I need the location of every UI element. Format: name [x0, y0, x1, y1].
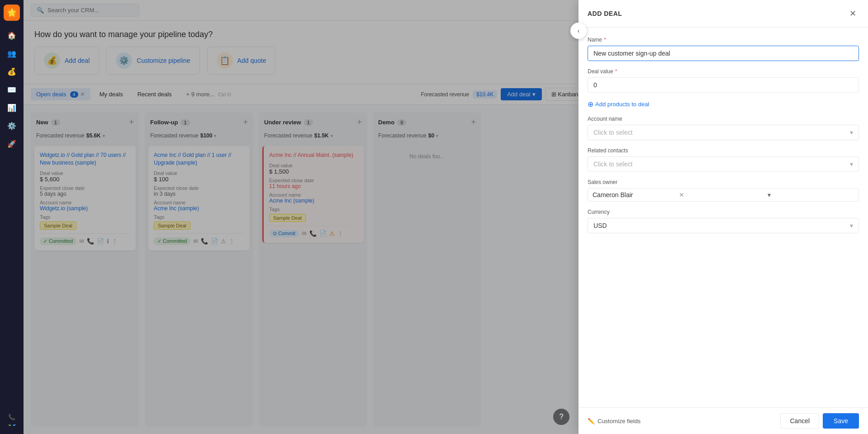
cancel-button[interactable]: Cancel — [780, 413, 819, 429]
related-contacts-label: Related contacts — [588, 147, 859, 154]
deal-value-required: * — [615, 68, 617, 75]
add-products-link[interactable]: ⊕ Add products to deal — [588, 100, 859, 108]
name-required: * — [604, 37, 606, 43]
related-contacts-chevron: ▾ — [850, 160, 853, 168]
currency-select[interactable]: USD ▾ — [588, 218, 859, 233]
sales-owner-field-group: Sales owner Cameron Blair ✕ ▾ — [588, 179, 859, 202]
sidebar-home[interactable]: 🏠 — [4, 27, 20, 43]
name-label: Name * — [588, 37, 859, 43]
panel-close-button[interactable]: ✕ — [846, 7, 859, 20]
sidebar-rocket[interactable]: 🚀 — [4, 136, 20, 152]
related-contacts-field-group: Related contacts Click to select ▾ — [588, 147, 859, 172]
sales-owner-clear[interactable]: ✕ — [679, 191, 765, 198]
account-name-label: Account name — [588, 116, 859, 122]
sidebar-contacts[interactable]: 👥 — [4, 45, 20, 61]
save-button[interactable]: Save — [823, 413, 859, 429]
name-field-group: Name * — [588, 37, 859, 61]
customize-fields-button[interactable]: ✏️ Customize fields — [588, 418, 640, 425]
panel-content: Name * Deal value * ⊕ Add products to de… — [579, 28, 868, 407]
currency-value: USD — [593, 222, 607, 229]
panel-footer: ✏️ Customize fields Cancel Save — [579, 407, 868, 434]
back-button[interactable]: ‹ — [570, 23, 587, 39]
add-products-label: Add products to deal — [595, 101, 649, 108]
sidebar-settings[interactable]: ⚙️ — [4, 118, 20, 134]
account-name-field-group: Account name Click to select ▾ — [588, 116, 859, 140]
sales-owner-value: Cameron Blair — [593, 191, 679, 198]
deal-value-input[interactable] — [588, 77, 859, 93]
currency-label: Currency — [588, 209, 859, 215]
currency-chevron: ▾ — [850, 222, 853, 229]
deal-value-label: Deal value * — [588, 68, 859, 75]
customize-fields-icon: ✏️ — [588, 418, 595, 425]
sidebar-email[interactable]: ✉️ — [4, 81, 20, 98]
account-name-placeholder: Click to select — [593, 129, 632, 136]
account-name-select[interactable]: Click to select ▾ — [588, 125, 859, 140]
related-contacts-select[interactable]: Click to select ▾ — [588, 156, 859, 172]
panel-title: ADD DEAL — [588, 10, 622, 17]
account-name-chevron: ▾ — [850, 129, 853, 136]
app-logo: 🌟 — [4, 5, 20, 21]
add-products-icon: ⊕ — [588, 100, 593, 108]
help-button[interactable]: ? — [553, 409, 569, 425]
sidebar-deals[interactable]: 💰 — [4, 63, 20, 80]
related-contacts-placeholder: Click to select — [593, 160, 632, 168]
sales-owner-chevron: ▾ — [768, 191, 854, 198]
sidebar: 🌟 🏠 👥 💰 ✉️ 📊 ⚙️ 🚀 📞 — [0, 0, 24, 434]
add-deal-panel: ‹ ADD DEAL ✕ Name * Deal value * — [579, 0, 868, 434]
name-input[interactable] — [588, 46, 859, 61]
sales-owner-label: Sales owner — [588, 179, 859, 185]
phone-button[interactable]: 📞 — [4, 409, 20, 425]
currency-field-group: Currency USD ▾ — [588, 209, 859, 233]
sidebar-reports[interactable]: 📊 — [4, 99, 20, 116]
panel-header: ADD DEAL ✕ — [579, 0, 868, 28]
customize-fields-label: Customize fields — [598, 418, 640, 425]
sales-owner-select[interactable]: Cameron Blair ✕ ▾ — [588, 188, 859, 202]
deal-value-field-group: Deal value * — [588, 68, 859, 93]
footer-actions: Cancel Save — [780, 413, 859, 429]
